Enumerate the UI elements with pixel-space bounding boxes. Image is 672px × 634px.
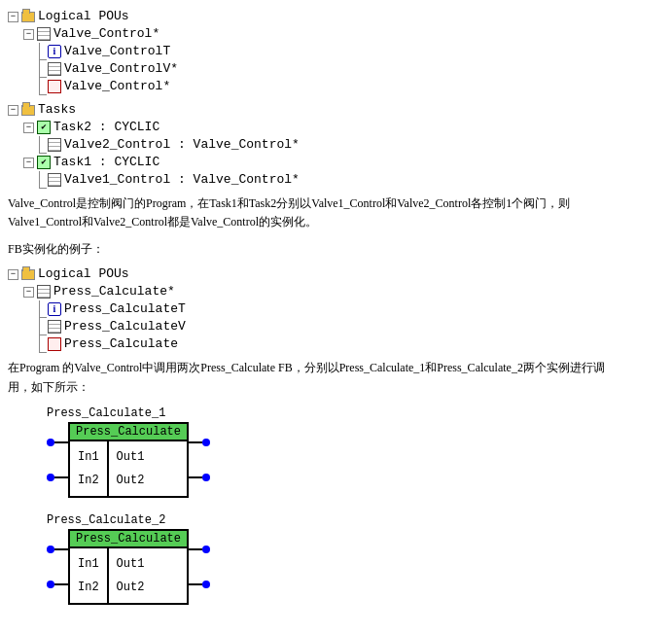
fb-example-label: FB实例化的例子：	[8, 241, 664, 258]
tree-line-2	[39, 60, 47, 78]
expand-btn-tasks[interactable]: −	[8, 105, 18, 116]
logical-pous-root-2[interactable]: − Logical POUs	[8, 265, 664, 283]
fb-pin-label-out1-2: Out1	[109, 557, 153, 571]
tree-section-2: − Logical POUs − Press_Calculate* i Pres…	[8, 265, 664, 353]
in2-dot-2	[47, 581, 54, 588]
fb-block-wrapper-2: Press_Calculate In1 In2	[47, 529, 664, 605]
fb-block-wrapper-1: Press_Calculate In1 In2	[47, 422, 664, 498]
fb-block-body-2: Press_Calculate In1 In2	[68, 529, 189, 605]
fb-instance-label-1: Press_Calculate_1	[47, 406, 664, 420]
fb-outputs-2: Out1 Out2	[109, 548, 153, 603]
fb-pin-out2-2: Out2	[109, 576, 153, 599]
valve2-control-row: Valve2_Control : Valve_Control*	[8, 136, 664, 154]
fb-pin-label-in2-1: In2	[70, 474, 107, 487]
press-calc-parent[interactable]: − Press_Calculate*	[8, 283, 664, 300]
fb-pin-label-in2-2: In2	[70, 581, 107, 594]
description-2: 在Program 的Valve_Control中调用两次Press_Calcul…	[8, 359, 664, 396]
fb-pin-out1-1: Out1	[109, 445, 153, 469]
expand-btn-1[interactable]: −	[8, 12, 18, 22]
in1-left-connector	[47, 439, 68, 446]
task-icon-2: ✔	[37, 121, 51, 134]
right-connectors-2	[189, 532, 210, 602]
valve-controlV-row: Valve_ControlV*	[8, 60, 664, 78]
task2-label: Task2 : CYCLIC	[53, 119, 159, 136]
grid-icon-vc	[37, 27, 51, 41]
valve1-control-label: Valve1_Control : Valve_Control*	[64, 171, 300, 189]
out1-dot-2	[202, 546, 210, 553]
fb-pin-label-out2-2: Out2	[109, 581, 153, 594]
grid-icon-pcv	[48, 320, 61, 334]
logical-pous-root-1[interactable]: − Logical POUs	[8, 8, 664, 25]
grid-red-icon-vc	[48, 80, 61, 93]
tree-section-tasks: − Tasks − ✔ Task2 : CYCLIC Valve2_Contro…	[8, 101, 664, 189]
logical-pous-label-1: Logical POUs	[38, 8, 129, 25]
tree-line-6	[39, 300, 47, 318]
out2-line-2	[189, 583, 202, 585]
task1-row[interactable]: − ✔ Task1 : CYCLIC	[8, 154, 664, 171]
press-calc-name: Press_Calculate*	[53, 283, 175, 300]
expand-btn-task2[interactable]: −	[23, 123, 34, 133]
valve-controlT-label: Valve_ControlT	[64, 43, 170, 60]
fb-pins-1: In1 In2 Out1 Out2	[70, 441, 187, 496]
fb-pin-out2-1: Out2	[109, 469, 153, 492]
tasks-label: Tasks	[38, 101, 76, 119]
fb-block-body-1: Press_Calculate In1 In2	[68, 422, 189, 498]
description-1: Valve_Control是控制阀门的Program，在Task1和Task2分…	[8, 194, 664, 231]
out2-right-connector-2	[189, 581, 210, 588]
folder-icon-2	[21, 269, 35, 280]
tasks-root[interactable]: − Tasks	[8, 101, 664, 119]
expand-btn-pc[interactable]: −	[23, 287, 34, 298]
out1-line-1	[189, 441, 202, 443]
press-calcT-row: i Press_CalculateT	[8, 300, 664, 318]
in2-left-connector-2	[47, 581, 68, 588]
in2-dot-1	[47, 474, 54, 481]
in2-left-connector	[47, 474, 68, 481]
fb-inputs-1: In1 In2	[70, 441, 107, 496]
valve-control-label: Valve_Control*	[64, 78, 170, 95]
fb-pin-in2-2: In2	[70, 576, 107, 599]
tree-line-1	[39, 43, 47, 60]
tree-line-5	[39, 171, 47, 189]
fb-pin-in1-2: In1	[70, 552, 107, 576]
valve-controlV-label: Valve_ControlV*	[64, 60, 178, 78]
fb-pin-in2-1: In2	[70, 469, 107, 492]
tree-line-4	[39, 136, 47, 154]
tree-line-3	[39, 78, 47, 95]
in2-line-1	[54, 476, 68, 478]
valve2-control-label: Valve2_Control : Valve_Control*	[64, 136, 300, 154]
info-icon-vct: i	[48, 45, 61, 58]
fb-pin-label-in1-1: In1	[70, 450, 107, 464]
valve-controlT-row: i Valve_ControlT	[8, 43, 664, 60]
expand-btn-task1[interactable]: −	[23, 158, 34, 168]
out2-right-connector	[189, 474, 210, 481]
fb-pin-label-out2-1: Out2	[109, 474, 153, 487]
in2-line-2	[54, 583, 68, 585]
valve-control-parent[interactable]: − Valve_Control*	[8, 25, 664, 43]
fb-instance-label-2: Press_Calculate_2	[47, 513, 664, 527]
fb-pin-in1-1: In1	[70, 445, 107, 469]
folder-icon-1	[21, 12, 35, 22]
expand-btn-valve[interactable]: −	[23, 29, 34, 40]
grid-icon-v1c	[48, 173, 61, 187]
press-calcV-label: Press_CalculateV	[64, 318, 186, 335]
task1-label: Task1 : CYCLIC	[53, 154, 159, 171]
valve-control-row: Valve_Control*	[8, 78, 664, 95]
valve1-control-row: Valve1_Control : Valve_Control*	[8, 171, 664, 189]
logical-pous-label-2: Logical POUs	[38, 265, 129, 283]
in1-line-1	[54, 441, 68, 443]
out1-right-connector	[189, 439, 210, 446]
fb-outputs-1: Out1 Out2	[109, 441, 153, 496]
out2-dot-2	[202, 581, 210, 588]
tree-line-8	[39, 335, 47, 353]
press-calc-label: Press_Calculate	[64, 335, 178, 353]
out2-line-1	[189, 476, 202, 478]
grid-icon-vcv	[48, 62, 61, 76]
task2-row[interactable]: − ✔ Task2 : CYCLIC	[8, 119, 664, 136]
out1-line-2	[189, 548, 202, 550]
fb-inputs-2: In1 In2	[70, 548, 107, 603]
expand-btn-2[interactable]: −	[8, 269, 18, 280]
fb-block-title-1: Press_Calculate	[70, 424, 187, 441]
fb-block-2: Press_Calculate_2 Press_Calculate	[47, 513, 664, 605]
fb-blocks-container: Press_Calculate_1 Press_Calculate	[8, 406, 664, 605]
fb-pins-2: In1 In2 Out1 Out2	[70, 548, 187, 603]
